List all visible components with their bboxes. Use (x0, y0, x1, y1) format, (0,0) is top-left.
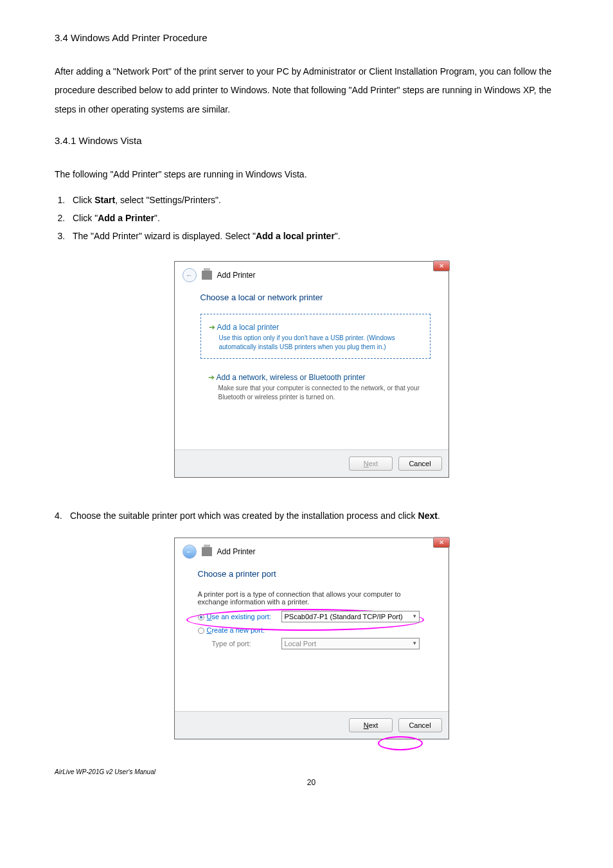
printer-icon (202, 271, 212, 280)
radio-icon[interactable] (198, 614, 204, 620)
next-button[interactable]: Next (349, 718, 393, 732)
arrow-icon: ➔ (209, 323, 215, 332)
existing-port-select[interactable]: PScab0d7-P1 (Standard TCP/IP Port) (281, 611, 420, 622)
close-icon[interactable]: ✕ (433, 260, 450, 271)
cancel-button[interactable]: Cancel (398, 718, 442, 732)
step-list: Click Start, select "Settings/Printers".… (55, 191, 568, 245)
type-of-port-select: Local Port (281, 638, 420, 649)
use-existing-port-row[interactable]: Use an existing port: PScab0d7-P1 (Stand… (198, 611, 431, 622)
add-printer-dialog-2: ✕ ← Add Printer Choose a printer port A … (174, 538, 449, 739)
dialog-title: Add Printer (217, 271, 256, 280)
step-4: 4. Choose the suitable printer port whic… (55, 507, 568, 525)
intro-paragraph: After adding a "Network Port" of the pri… (55, 62, 568, 119)
printer-icon (202, 547, 212, 556)
back-icon[interactable]: ← (182, 268, 197, 282)
footer-manual-title: AirLive WP-201G v2 User's Manual (55, 768, 568, 775)
step-3: The "Add Printer" wizard is displayed. S… (67, 227, 568, 245)
dialog-footer: Next Cancel (175, 711, 449, 739)
close-icon[interactable]: ✕ (433, 537, 450, 548)
option-add-network[interactable]: ➔Add a network, wireless or Bluetooth pr… (200, 368, 431, 408)
step-1: Click Start, select "Settings/Printers". (67, 191, 568, 209)
type-of-port-row: Type of port: Local Port (212, 638, 431, 649)
add-printer-dialog-1: ✕ ← Add Printer Choose a local or networ… (174, 261, 449, 478)
create-new-port-row[interactable]: Create a new port: (198, 626, 431, 634)
dialog-footer: Next Cancel (175, 449, 449, 477)
next-button[interactable]: Next (349, 457, 393, 471)
heading-3-4-1: 3.4.1 Windows Vista (55, 135, 568, 146)
dialog-titlebar: ← Add Printer (175, 262, 449, 287)
arrow-icon: ➔ (208, 373, 215, 382)
dialog-titlebar: ← Add Printer (175, 538, 449, 564)
heading-3-4: 3.4 Windows Add Printer Procedure (55, 32, 568, 43)
page-number: 20 (55, 778, 568, 787)
cancel-button[interactable]: Cancel (398, 457, 442, 471)
option-add-local[interactable]: ➔Add a local printer Use this option onl… (200, 314, 431, 359)
radio-icon[interactable] (198, 628, 204, 634)
port-description: A printer port is a type of connection t… (198, 590, 431, 606)
vista-intro: The following "Add Printer" steps are ru… (55, 165, 568, 184)
step-2: Click "Add a Printer". (67, 209, 568, 227)
back-icon[interactable]: ← (182, 545, 197, 559)
dialog-title: Add Printer (217, 547, 256, 556)
dialog-subtitle: Choose a printer port (198, 569, 431, 579)
dialog-subtitle: Choose a local or network printer (200, 293, 431, 302)
